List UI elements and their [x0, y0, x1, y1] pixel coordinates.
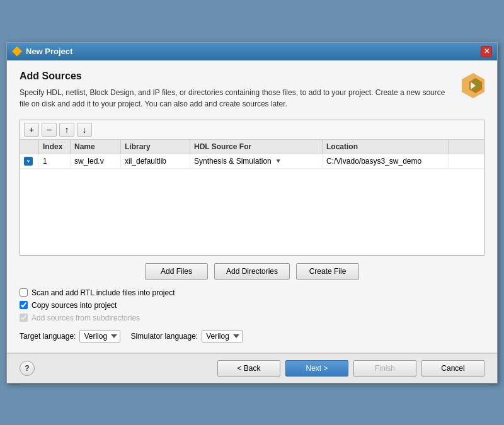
action-buttons: Add Files Add Directories Create File [20, 263, 484, 280]
table-header: Index Name Library HDL Source For Locati… [20, 140, 484, 154]
row-name-cell: sw_led.v [71, 154, 121, 168]
row-index-cell: 1 [39, 154, 71, 168]
remove-source-button[interactable]: − [42, 123, 57, 137]
col-index: Index [39, 140, 71, 154]
copy-sources-checkbox[interactable] [20, 301, 28, 309]
col-hdl-source: HDL Source For [190, 140, 323, 154]
description-text: Specify HDL, netlist, Block Design, and … [20, 87, 454, 110]
row-icon-cell: v [20, 154, 39, 168]
row-library-cell: xil_defaultlib [121, 154, 190, 168]
col-location: Location [323, 140, 449, 154]
simulator-language-label: Simulator language: [130, 332, 198, 341]
target-language-label: Target language: [20, 332, 76, 341]
scan-rtl-label[interactable]: Scan and add RTL include files into proj… [32, 288, 175, 297]
table-toolbar: + − ↑ ↓ [20, 120, 484, 140]
add-subdirs-label: Add sources from subdirectories [32, 314, 140, 322]
add-source-button[interactable]: + [24, 123, 39, 137]
vivado-logo-svg [462, 73, 484, 98]
scan-rtl-row: Scan and add RTL include files into proj… [20, 288, 484, 297]
language-row: Target language: Verilog VHDL Simulator … [20, 330, 484, 343]
target-language-select[interactable]: Verilog VHDL [79, 330, 120, 343]
row-location-cell: C:/Vivado/basys3_sw_demo [323, 154, 449, 168]
footer-buttons: < Back Next > Finish Cancel [217, 360, 484, 377]
simulator-language-select[interactable]: Verilog VHDL Mixed [202, 330, 243, 343]
create-file-button[interactable]: Create File [296, 263, 359, 280]
add-directories-button[interactable]: Add Directories [214, 263, 290, 280]
next-button[interactable]: Next > [285, 360, 348, 377]
options-section: Scan and add RTL include files into proj… [20, 288, 484, 322]
vivado-logo [462, 73, 484, 100]
titlebar-left: New Project [12, 47, 72, 57]
window-title: New Project [26, 47, 72, 56]
titlebar: New Project ✕ [7, 43, 497, 60]
table-body: v 1 sw_led.v xil_defaultlib Synthesis & … [20, 154, 484, 255]
col-icon [20, 140, 39, 154]
hdl-dropdown-arrow[interactable]: ▼ [275, 157, 282, 164]
add-files-button[interactable]: Add Files [145, 263, 208, 280]
finish-button: Finish [353, 360, 416, 377]
copy-sources-row: Copy sources into project [20, 301, 484, 310]
copy-sources-label[interactable]: Copy sources into project [32, 301, 117, 310]
section-title: Add Sources [20, 71, 454, 82]
target-language-group: Target language: Verilog VHDL [20, 330, 120, 343]
footer: ? < Back Next > Finish Cancel [7, 353, 497, 383]
move-down-button[interactable]: ↓ [77, 123, 92, 137]
close-button[interactable]: ✕ [481, 46, 492, 57]
header-text: Add Sources Specify HDL, netlist, Block … [20, 71, 454, 120]
cancel-button[interactable]: Cancel [421, 360, 484, 377]
add-subdirs-row: Add sources from subdirectories [20, 314, 484, 322]
content-area: Add Sources Specify HDL, netlist, Block … [7, 60, 497, 353]
verilog-icon: v [24, 157, 33, 166]
help-button[interactable]: ? [20, 361, 35, 376]
move-up-button[interactable]: ↑ [59, 123, 74, 137]
add-subdirs-checkbox [20, 314, 28, 322]
hdl-source-text: Synthesis & Simulation [194, 157, 272, 166]
main-window: New Project ✕ Add Sources Specify HDL, n… [6, 42, 498, 383]
col-name: Name [71, 140, 121, 154]
row-hdl-cell: Synthesis & Simulation ▼ [190, 154, 323, 168]
col-library: Library [121, 140, 190, 154]
simulator-language-group: Simulator language: Verilog VHDL Mixed [130, 330, 243, 343]
window-icon [12, 47, 22, 57]
sources-table: + − ↑ ↓ Index Name Library HDL Source Fo… [20, 120, 484, 256]
back-button[interactable]: < Back [217, 360, 280, 377]
header-section: Add Sources Specify HDL, netlist, Block … [20, 71, 484, 120]
table-row[interactable]: v 1 sw_led.v xil_defaultlib Synthesis & … [20, 154, 484, 169]
scan-rtl-checkbox[interactable] [20, 288, 28, 297]
